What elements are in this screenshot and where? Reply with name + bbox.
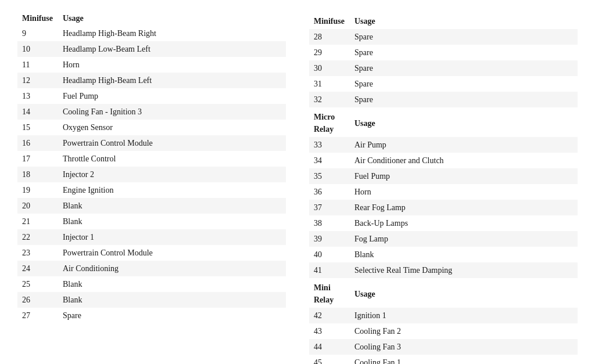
left-header-usage: Usage [58,12,286,26]
fuse-usage: Oxygen Sensor [58,120,286,135]
fuse-number: 35 [309,168,350,184]
fuse-number: 23 [17,245,58,261]
table-row: 41 Selective Real Time Damping [309,262,578,278]
right-table: Minifuse Usage 28 Spare 29 Spare 30 Spar… [309,12,578,364]
fuse-number: 36 [309,184,350,200]
fuse-usage: Fuel Pump [350,168,578,184]
fuse-number: 41 [309,262,350,278]
fuse-usage: Spare [58,308,286,323]
fuse-number: 18 [17,167,58,182]
table-row: 18 Injector 2 [17,167,286,182]
table-row: 33 Air Pump [309,137,578,153]
section-header-usage: Usage [350,278,578,308]
table-row: 36 Horn [309,184,578,200]
fuse-usage: Cooling Fan 2 [350,323,578,339]
fuse-number: 30 [309,60,350,76]
table-row: 43 Cooling Fan 2 [309,323,578,339]
fuse-number: 9 [17,26,58,41]
table-row: 34 Air Conditioner and Clutch [309,153,578,168]
table-row: 11 Horn [17,57,286,73]
table-row: 31 Spare [309,76,578,92]
table-row: 28 Spare [309,29,578,45]
table-row: 21 Blank [17,214,286,229]
fuse-usage: Ignition 1 [350,308,578,323]
fuse-usage: Powertrain Control Module [58,135,286,151]
fuse-usage: Fuel Pump [58,88,286,104]
table-row: 20 Blank [17,198,286,214]
fuse-number: 16 [17,135,58,151]
table-row: 37 Rear Fog Lamp [309,200,578,215]
fuse-usage: Powertrain Control Module [58,245,286,261]
fuse-number: 26 [17,292,58,308]
tables-container: Minifuse Usage 9 Headlamp High-Beam Righ… [17,12,578,364]
fuse-usage: Blank [58,198,286,214]
fuse-usage: Blank [58,292,286,308]
fuse-usage: Cooling Fan 1 [350,355,578,364]
fuse-number: 31 [309,76,350,92]
table-row: 23 Powertrain Control Module [17,245,286,261]
fuse-number: 25 [17,276,58,292]
table-row: 40 Blank [309,247,578,262]
fuse-usage: Air Pump [350,137,578,153]
fuse-usage: Spare [350,76,578,92]
right-table-section: Minifuse Usage 28 Spare 29 Spare 30 Spar… [309,12,578,364]
table-row: 17 Throttle Control [17,151,286,167]
fuse-usage: Cooling Fan - Ignition 3 [58,104,286,120]
table-row: 22 Injector 1 [17,229,286,245]
fuse-usage: Fog Lamp [350,231,578,247]
fuse-usage: Blank [58,214,286,229]
table-row: 13 Fuel Pump [17,88,286,104]
section-header-num: Mini Relay [309,278,350,308]
fuse-usage: Spare [350,45,578,60]
table-row: 10 Headlamp Low-Beam Left [17,41,286,57]
table-row: 14 Cooling Fan - Ignition 3 [17,104,286,120]
table-row: 39 Fog Lamp [309,231,578,247]
table-row: 27 Spare [17,308,286,323]
section-header-usage: Usage [350,107,578,137]
table-row: 9 Headlamp High-Beam Right [17,26,286,41]
table-row: 38 Back-Up Lamps [309,215,578,231]
fuse-number: 32 [309,92,350,107]
fuse-number: 10 [17,41,58,57]
fuse-usage: Headlamp High-Beam Right [58,26,286,41]
fuse-usage: Injector 1 [58,229,286,245]
fuse-number: 38 [309,215,350,231]
fuse-usage: Blank [58,276,286,292]
fuse-number: 22 [17,229,58,245]
fuse-number: 27 [17,308,58,323]
section-header-usage: Usage [350,12,578,29]
fuse-number: 20 [17,198,58,214]
fuse-number: 44 [309,339,350,355]
table-row: 29 Spare [309,45,578,60]
fuse-usage: Spare [350,60,578,76]
section-header: Micro Relay Usage [309,107,578,137]
fuse-number: 34 [309,153,350,168]
fuse-usage: Blank [350,247,578,262]
table-row: 15 Oxygen Sensor [17,120,286,135]
section-header-num: Micro Relay [309,107,350,137]
table-row: 16 Powertrain Control Module [17,135,286,151]
left-table-section: Minifuse Usage 9 Headlamp High-Beam Righ… [17,12,286,364]
fuse-usage: Air Conditioner and Clutch [350,153,578,168]
fuse-usage: Throttle Control [58,151,286,167]
fuse-usage: Back-Up Lamps [350,215,578,231]
fuse-number: 19 [17,182,58,198]
fuse-number: 13 [17,88,58,104]
section-header-num: Minifuse [309,12,350,29]
fuse-number: 12 [17,73,58,88]
table-row: 24 Air Conditioning [17,261,286,276]
fuse-number: 14 [17,104,58,120]
fuse-usage: Horn [58,57,286,73]
table-row: 12 Headlamp High-Beam Left [17,73,286,88]
table-row: 42 Ignition 1 [309,308,578,323]
table-row: 44 Cooling Fan 3 [309,339,578,355]
fuse-number: 21 [17,214,58,229]
left-table: Minifuse Usage 9 Headlamp High-Beam Righ… [17,12,286,323]
fuse-number: 42 [309,308,350,323]
fuse-number: 11 [17,57,58,73]
fuse-number: 28 [309,29,350,45]
fuse-number: 45 [309,355,350,364]
table-row: 32 Spare [309,92,578,107]
fuse-usage: Air Conditioning [58,261,286,276]
fuse-usage: Selective Real Time Damping [350,262,578,278]
